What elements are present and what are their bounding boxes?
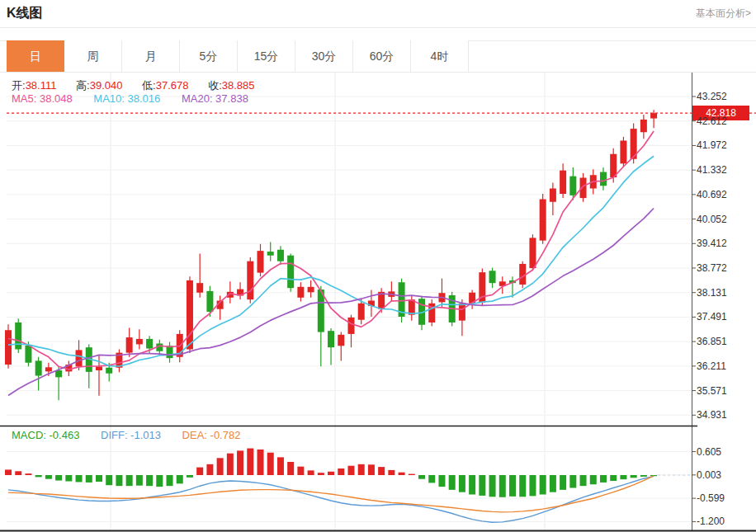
y-axis-label-macd: -0.599 [697, 492, 754, 504]
period-tab-6[interactable]: 60分 [353, 40, 411, 72]
y-axis-label-macd: 0.605 [697, 446, 754, 458]
dea-line [8, 476, 654, 512]
period-tab-2[interactable]: 月 [122, 40, 180, 72]
macd-value: MACD: -0.463 [12, 429, 79, 441]
tabbar-bottom-border [0, 72, 756, 73]
y-axis-label-main: 38.131 [697, 287, 754, 299]
ma20-value: MA20: 37.838 [182, 92, 248, 105]
y-axis-label-macd: 0.003 [697, 469, 754, 481]
title-divider [0, 27, 756, 28]
period-tab-4[interactable]: 15分 [238, 40, 295, 72]
page-title: K线图 [7, 5, 43, 22]
open-value: 开:38.111 [12, 79, 56, 92]
y-axis-label-main: 40.052 [697, 214, 754, 225]
period-tab-0[interactable]: 日 [7, 40, 64, 72]
diff-line [8, 476, 654, 522]
ohlc-legend: 开:38.111 高:39.040 低:37.678 收:38.885 [12, 78, 272, 93]
ma5-value: MA5: 38.048 [12, 92, 73, 105]
y-axis-label-main: 40.692 [697, 189, 754, 200]
ma20-line [8, 209, 654, 396]
close-value: 收:38.885 [208, 79, 254, 92]
macd-panel [5, 449, 692, 523]
y-axis-label-main: 35.571 [697, 385, 754, 397]
y-axis-label-main: 42.612 [697, 115, 754, 127]
kline-page: K线图 基本面分析> 日周月5分15分30分60分4时 开:38.111 高:3… [0, 0, 756, 532]
y-axis-label-main: 36.851 [697, 336, 754, 347]
period-tabs: 日周月5分15分30分60分4时 [7, 40, 469, 72]
period-tab-7[interactable]: 4时 [411, 40, 469, 72]
y-axis-label-main: 37.491 [697, 311, 754, 322]
macd-legend: MACD: -0.463 DIFF: -1.013 DEA: -0.782 [12, 429, 240, 441]
period-tab-3[interactable]: 5分 [180, 40, 238, 72]
ma10-value: MA10: 38.016 [93, 92, 160, 105]
period-tab-1[interactable]: 周 [64, 40, 122, 72]
y-axis-label-main: 41.972 [697, 139, 754, 151]
y-axis-label-main: 41.332 [697, 164, 754, 176]
y-axis-label-macd: -1.200 [697, 516, 754, 527]
y-axis-label-main: 36.211 [697, 360, 754, 372]
dea-value: DEA: -0.782 [182, 429, 241, 441]
y-axis-label-main: 39.412 [697, 238, 754, 249]
period-tab-5[interactable]: 30分 [295, 40, 353, 72]
high-value: 高:39.040 [76, 79, 122, 92]
y-axis-label-main: 34.931 [697, 409, 754, 421]
low-value: 低:37.678 [142, 79, 188, 92]
y-axis-label-main: 43.252 [697, 91, 754, 102]
price-axis [0, 73, 756, 531]
candle-series [5, 110, 657, 400]
y-axis-label-main: 38.772 [697, 262, 754, 274]
fundamental-analysis-link[interactable]: 基本面分析> [696, 7, 751, 21]
ma-legend: MA5: 38.048 MA10: 38.016 MA20: 37.838 [12, 92, 248, 105]
diff-value: DIFF: -1.013 [101, 429, 161, 441]
